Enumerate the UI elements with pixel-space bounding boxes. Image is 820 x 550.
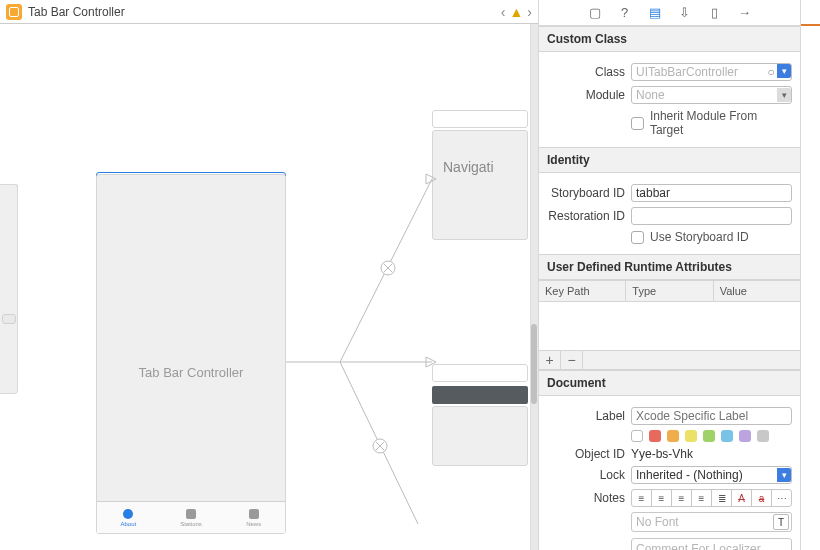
tab-bar: About Stations News (97, 501, 285, 533)
nav-forward-icon[interactable]: › (527, 4, 532, 20)
use-storyboard-id-label: Use Storyboard ID (650, 230, 749, 244)
strike-button[interactable]: A (732, 490, 752, 506)
font-picker-button[interactable]: T (773, 514, 789, 530)
offscreen-navigation-scene[interactable]: Navigati (432, 130, 528, 240)
scene-label: Tab Bar Controller (97, 365, 285, 380)
class-combobox[interactable]: UITabBarController○▾ (631, 63, 792, 81)
objectid-label: Object ID (547, 447, 625, 461)
checkbox-icon (631, 117, 644, 130)
restoration-id-label: Restoration ID (547, 209, 625, 223)
canvas-scrollbar-track[interactable] (530, 24, 538, 550)
add-button[interactable]: + (539, 351, 561, 369)
size-inspector-icon[interactable]: ▯ (707, 5, 723, 21)
udra-col-type[interactable]: Type (626, 281, 713, 301)
udra-col-value[interactable]: Value (714, 281, 800, 301)
clear-style-button[interactable]: a (752, 490, 772, 506)
breadcrumb-bar: Tab Bar Controller ‹ ▲ › (0, 0, 538, 24)
section-heading-custom-class: Custom Class (539, 26, 800, 52)
swatch-green[interactable] (703, 430, 715, 442)
tab-icon (123, 509, 133, 519)
tabbarcontroller-scene[interactable]: Tab Bar Controller About Stations News (96, 174, 286, 534)
offscreen-scene-stub (0, 184, 18, 394)
canvas-scrollbar-thumb[interactable] (531, 324, 537, 404)
connections-inspector-icon[interactable]: → (737, 5, 753, 21)
doc-label-input[interactable] (631, 407, 792, 425)
identity-inspector-icon[interactable]: ▤ (647, 5, 663, 21)
list-button[interactable]: ≣ (712, 490, 732, 506)
file-inspector-icon[interactable]: ▢ (587, 5, 603, 21)
swatch-gray[interactable] (757, 430, 769, 442)
right-gutter (800, 0, 820, 550)
align-center-button[interactable]: ≡ (652, 490, 672, 506)
section-heading-document: Document (539, 370, 800, 396)
tab-item-news[interactable]: News (222, 502, 285, 533)
identity-inspector-panel: ▢ ? ▤ ⇩ ▯ → Custom Class Class UITabBarC… (538, 0, 800, 550)
tab-icon (249, 509, 259, 519)
offscreen-scene-header (432, 364, 528, 382)
inherit-module-checkbox[interactable]: Inherit Module From Target (631, 109, 792, 137)
font-placeholder: No Font (636, 515, 679, 529)
use-storyboard-id-checkbox[interactable]: Use Storyboard ID (631, 230, 792, 244)
svg-point-0 (381, 261, 395, 275)
swatch-red[interactable] (649, 430, 661, 442)
tab-label: About (120, 521, 136, 527)
udra-table-header: Key Path Type Value (539, 280, 800, 302)
tab-icon (186, 509, 196, 519)
swatch-yellow[interactable] (685, 430, 697, 442)
section-heading-identity: Identity (539, 147, 800, 173)
notes-label: Notes (547, 491, 625, 505)
section-heading-udra: User Defined Runtime Attributes (539, 254, 800, 280)
doc-label-label: Label (547, 409, 625, 423)
class-label: Class (547, 65, 625, 79)
lock-label: Lock (547, 468, 625, 482)
warning-icon[interactable]: ▲ (509, 4, 523, 20)
tab-item-about[interactable]: About (97, 502, 160, 533)
tab-label: Stations (180, 521, 202, 527)
label-color-swatches (631, 430, 792, 442)
breadcrumb-title[interactable]: Tab Bar Controller (28, 5, 125, 19)
quickhelp-inspector-icon[interactable]: ? (617, 5, 633, 21)
storyboard-canvas[interactable]: Tab Bar Controller About Stations News N… (0, 24, 538, 550)
offscreen-scene-navbar (432, 386, 528, 404)
module-combobox[interactable]: None▾ (631, 86, 792, 104)
remove-button[interactable]: − (561, 351, 583, 369)
swatch-purple[interactable] (739, 430, 751, 442)
swatch-blue[interactable] (721, 430, 733, 442)
restoration-id-input[interactable] (631, 207, 792, 225)
tab-item-stations[interactable]: Stations (160, 502, 223, 533)
notes-font-box[interactable]: No Font T (631, 512, 792, 532)
offscreen-scene[interactable] (432, 406, 528, 466)
objectid-value: Yye-bs-Vhk (631, 447, 693, 461)
storyboard-id-input[interactable] (631, 184, 792, 202)
localizer-comment-placeholder: Comment For Localizer (636, 542, 761, 550)
lock-select[interactable]: Inherited - (Nothing)▾ (631, 466, 792, 484)
inherit-module-label: Inherit Module From Target (650, 109, 792, 137)
checkbox-icon (631, 231, 644, 244)
divider-accent (801, 24, 820, 26)
notes-toolbar: ≡ ≡ ≡ ≡ ≣ A a ⋯ (631, 489, 792, 507)
storyboard-doc-icon (6, 4, 22, 20)
udra-col-keypath[interactable]: Key Path (539, 281, 626, 301)
offscreen-scene-header (432, 110, 528, 128)
swatch-orange[interactable] (667, 430, 679, 442)
align-justify-button[interactable]: ≡ (692, 490, 712, 506)
offscreen-scene-label: Navigati (443, 159, 494, 175)
attributes-inspector-icon[interactable]: ⇩ (677, 5, 693, 21)
localizer-comment-box[interactable]: Comment For Localizer (631, 538, 792, 550)
udra-add-remove: + − (539, 350, 800, 370)
svg-point-1 (373, 439, 387, 453)
align-right-button[interactable]: ≡ (672, 490, 692, 506)
udra-table-body[interactable] (539, 302, 800, 350)
align-left-button[interactable]: ≡ (632, 490, 652, 506)
more-button[interactable]: ⋯ (772, 490, 791, 506)
offscreen-scene-stub (2, 314, 16, 324)
module-label: Module (547, 88, 625, 102)
swatch-none[interactable] (631, 430, 643, 442)
nav-back-icon[interactable]: ‹ (501, 4, 506, 20)
inspector-tabs: ▢ ? ▤ ⇩ ▯ → (539, 0, 800, 26)
tab-label: News (246, 521, 261, 527)
storyboard-id-label: Storyboard ID (547, 186, 625, 200)
